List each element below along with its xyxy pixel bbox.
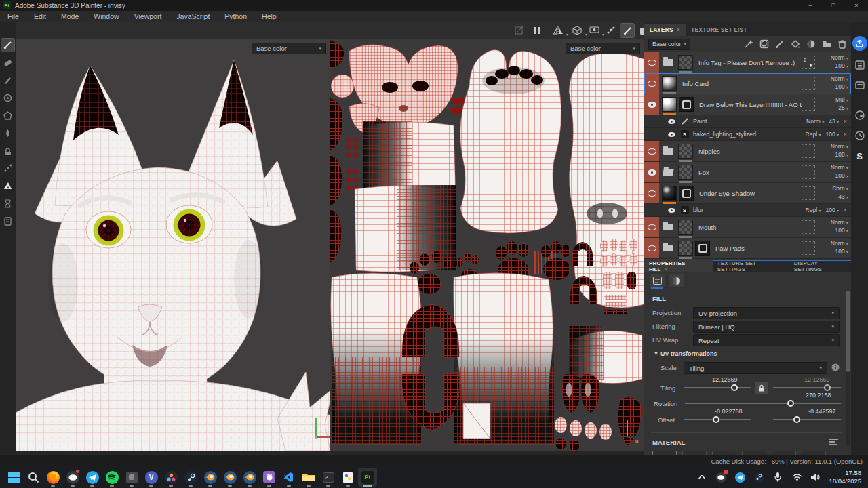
taskbar-substance-painter-icon[interactable]: Pt	[358, 468, 377, 487]
viewport-uv[interactable]: u Base color▾	[330, 39, 644, 451]
render-iray-icon[interactable]	[854, 109, 866, 121]
info-icon[interactable]	[831, 363, 840, 373]
geometry-mask-tool-icon[interactable]	[1, 92, 14, 104]
effect-blend-select[interactable]: Repl ▾	[806, 131, 821, 138]
add-paint-layer-icon[interactable]	[775, 39, 785, 49]
paint-tool-icon[interactable]	[620, 24, 634, 37]
layer-effect-row[interactable]: SblurRepl ▾100 ▾×	[644, 204, 851, 217]
visibility-eye-icon[interactable]	[648, 60, 656, 66]
visibility-eye-icon[interactable]	[648, 245, 656, 251]
blend-mode-select[interactable]: Norm ▾	[818, 143, 848, 151]
blend-mode-select[interactable]: Mul ▾	[818, 96, 848, 104]
eraser-tool-icon[interactable]	[1, 56, 14, 69]
remove-effect-icon[interactable]: ×	[844, 118, 847, 125]
add-fill-layer-icon[interactable]	[791, 39, 800, 49]
effect-blend-select[interactable]: Repl ▾	[806, 207, 821, 214]
symmetry-disabled-icon[interactable]	[512, 24, 526, 37]
blend-mode-select[interactable]: Norm ▾	[818, 75, 848, 83]
layer-effect-row[interactable]: PaintNorm ▾43 ▾×	[644, 115, 851, 128]
layers-channel-select[interactable]: Base color▾	[648, 39, 690, 50]
projection-select[interactable]: UV projection▾	[693, 307, 840, 319]
taskbar-capture-app-icon[interactable]	[122, 468, 141, 487]
tiling-y-value[interactable]: 12.12669	[804, 376, 830, 383]
viewuv-channel-select[interactable]: Base color▾	[566, 43, 640, 54]
uv-wrap-select[interactable]: Repeat▾	[693, 334, 840, 346]
particles-tool-icon[interactable]	[1, 162, 14, 175]
share-export-icon[interactable]	[852, 36, 867, 51]
opacity-select[interactable]: 43 ▾	[818, 193, 848, 201]
clone-tool-icon[interactable]	[1, 144, 14, 157]
delete-layer-icon[interactable]	[837, 39, 847, 49]
blend-mode-select[interactable]: Cbrn ▾	[818, 185, 848, 193]
pause-engine-icon[interactable]	[531, 24, 545, 37]
opacity-select[interactable]: 25 ▾	[818, 104, 848, 113]
mask-thumbnail[interactable]	[679, 186, 694, 201]
paint-brush-tool-icon[interactable]	[1, 39, 14, 52]
menu-help[interactable]: Help	[254, 11, 284, 22]
opacity-select[interactable]: 100 ▾	[818, 227, 848, 235]
taskbar-github-desktop-icon[interactable]	[260, 468, 279, 487]
substance-source-icon[interactable]: S	[854, 150, 866, 162]
menu-file[interactable]: File	[0, 11, 26, 22]
visibility-eye-icon[interactable]	[648, 169, 656, 176]
effect-opacity-select[interactable]: 100 ▾	[825, 207, 839, 214]
add-adjustment-icon[interactable]	[760, 39, 769, 49]
iray-render-tool-icon[interactable]	[1, 197, 14, 210]
layer-row[interactable]: NipplesNorm ▾100 ▾	[644, 141, 851, 162]
menu-mode[interactable]: Mode	[54, 11, 86, 22]
material-picker-tool-icon[interactable]	[1, 180, 14, 192]
tiling-lock-icon[interactable]	[755, 382, 768, 394]
visibility-eye-icon[interactable]	[668, 131, 675, 136]
layer-row[interactable]: FoxNorm ▾100 ▾	[644, 162, 851, 183]
display-mode-icon[interactable]: ▾	[587, 24, 601, 37]
visibility-eye-icon[interactable]	[648, 81, 656, 87]
mirror-icon[interactable]: ▾	[551, 24, 565, 37]
tray-volume-icon[interactable]	[810, 471, 822, 483]
material-options-icon[interactable]	[829, 438, 838, 447]
offset-x-value[interactable]: -0.022768	[715, 408, 743, 415]
menu-edit[interactable]: Edit	[26, 11, 54, 22]
visibility-eye-icon[interactable]	[668, 119, 675, 123]
blend-mode-select[interactable]: Norm ▾	[818, 219, 848, 227]
layer-thumbnail[interactable]	[662, 97, 677, 112]
opacity-select[interactable]: 100 ▾	[818, 62, 848, 70]
offset-y-slider[interactable]	[773, 415, 841, 424]
rotation-value[interactable]: 270.2158	[806, 392, 831, 399]
tab-layers[interactable]: LAYERS×	[644, 24, 686, 36]
viewport-3d[interactable]: Base color▾	[16, 39, 330, 451]
remove-effect-icon[interactable]: ×	[844, 131, 847, 138]
layer-thumbnail[interactable]	[678, 55, 693, 70]
layer-row[interactable]: Info Tag - Please Don't Remove :)2Norm ▾…	[644, 52, 851, 73]
tray-discord-icon[interactable]	[715, 471, 727, 483]
effect-blend-select[interactable]: Norm ▾	[806, 118, 824, 125]
blend-mode-select[interactable]: Norm ▾	[818, 164, 848, 172]
material-properties-icon[interactable]	[650, 274, 665, 287]
close-button[interactable]: ×	[845, 0, 868, 11]
tray-tray-expand-icon[interactable]	[696, 471, 708, 483]
texture-set-list-icon[interactable]	[854, 59, 866, 71]
tray-microphone-icon[interactable]	[772, 471, 784, 483]
visibility-eye-icon[interactable]	[648, 190, 656, 197]
menu-viewport[interactable]: Viewport	[127, 11, 170, 22]
layer-row[interactable]: Draw Below This Layer!!!!!!!!!! - AO Lig…	[644, 94, 851, 115]
visibility-eye-icon[interactable]	[648, 102, 656, 108]
taskbar-blender-icon[interactable]	[220, 468, 239, 487]
taskbar-terminal-icon[interactable]: >_	[319, 468, 338, 487]
rotation-slider[interactable]	[685, 399, 841, 407]
maximize-button[interactable]: □	[822, 0, 845, 11]
layer-thumbnail[interactable]	[662, 186, 677, 201]
tray-telegram-icon[interactable]	[734, 471, 746, 483]
taskbar-search-icon[interactable]	[24, 468, 43, 487]
mask-thumbnail[interactable]	[679, 97, 694, 112]
add-effect-icon[interactable]	[744, 39, 753, 49]
tab-texture-set-list[interactable]: TEXTURE SET LIST	[686, 24, 753, 36]
tiling-x-slider[interactable]	[684, 384, 751, 392]
history-icon[interactable]	[854, 129, 866, 142]
opacity-select[interactable]: 100 ▾	[818, 83, 848, 92]
tiling-x-value[interactable]: 12.12669	[712, 376, 738, 383]
taskbar-file-explorer-icon[interactable]	[299, 468, 318, 487]
tiling-y-slider[interactable]	[773, 384, 841, 392]
taskbar-steam-icon[interactable]	[181, 468, 200, 487]
blend-mode-select[interactable]: Norm ▾	[818, 240, 848, 248]
minimize-button[interactable]: –	[799, 0, 822, 11]
